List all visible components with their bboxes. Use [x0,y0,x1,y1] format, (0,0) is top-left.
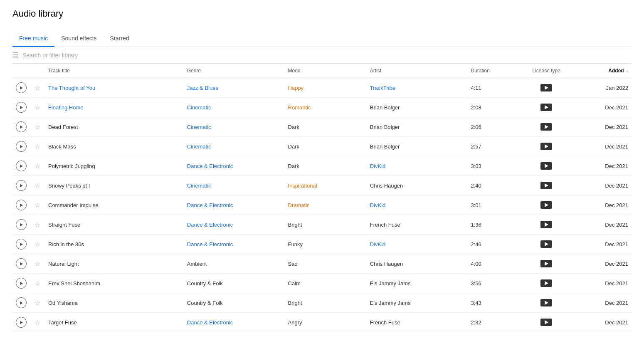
tab-sound-effects[interactable]: Sound effects [54,31,103,47]
track-duration: 2:06 [468,117,518,137]
track-duration: 3:01 [468,195,518,215]
track-mood: Romantic [285,98,367,117]
play-button[interactable] [16,161,27,171]
table-row: ☆Erev Shel ShoshanimCountry & FolkCalmE'… [12,274,632,293]
search-input[interactable] [22,52,147,59]
mood-text: Inspirational [288,183,317,189]
track-license [518,78,575,98]
play-button[interactable] [16,121,27,132]
track-genre: Cinematic [184,117,285,137]
genre-link[interactable]: Cinematic [187,104,211,111]
play-button[interactable] [16,239,27,250]
tracks-table: Track title Genre Mood Artist Duration L… [12,64,632,332]
play-button[interactable] [16,200,27,210]
track-added: Dec 2021 [575,117,632,137]
youtube-play-icon [545,105,548,109]
star-button[interactable]: ☆ [35,201,40,209]
track-title-link[interactable]: Floating Home [48,104,84,111]
track-title-link[interactable]: The Thought of You [48,85,95,91]
track-title: Snowy Peaks pt I [45,176,184,195]
track-artist: DivKid [367,235,468,254]
col-header-artist[interactable]: Artist [367,64,468,78]
track-title-text: Dead Forest [48,124,78,130]
table-row: ☆Straight FuseDance & ElectronicBrightFr… [12,215,632,235]
track-license [518,235,575,254]
table-row: ☆Dead ForestCinematicDarkBrian Bolger2:0… [12,117,632,137]
play-button[interactable] [16,297,27,308]
col-header-license-type[interactable]: License type [518,64,575,78]
youtube-badge [540,104,552,111]
track-genre: Dance & Electronic [184,235,285,254]
star-button[interactable]: ☆ [35,162,40,170]
play-button[interactable] [16,219,27,230]
youtube-badge [540,162,552,170]
track-license [518,156,575,176]
play-button[interactable] [16,258,27,269]
genre-text: Ambient [187,261,207,267]
filter-icon[interactable]: ☰ [12,51,18,59]
star-button[interactable]: ☆ [35,221,40,229]
genre-link[interactable]: Cinematic [187,143,211,150]
col-header-genre[interactable]: Genre [184,64,285,78]
track-title-text: Black Mass [48,143,76,150]
genre-link[interactable]: Dance & Electronic [187,241,233,247]
track-genre: Dance & Electronic [184,313,285,332]
star-button[interactable]: ☆ [35,143,40,151]
star-button[interactable]: ☆ [35,182,40,190]
artist-link[interactable]: DivKid [370,202,386,208]
star-button[interactable]: ☆ [35,319,40,326]
col-header-mood[interactable]: Mood [285,64,367,78]
youtube-play-icon [545,164,548,168]
col-header-added[interactable]: Added ↓ [575,64,632,78]
artist-text: Brian Bolger [370,104,400,111]
artist-link[interactable]: DivKid [370,163,386,169]
star-button[interactable]: ☆ [35,123,40,131]
play-button[interactable] [16,278,27,289]
genre-link[interactable]: Dance & Electronic [187,319,233,326]
artist-link[interactable]: TrackTribe [370,85,395,91]
star-button[interactable]: ☆ [35,260,40,268]
track-mood: Dramatic [285,195,367,215]
track-title: Od Yishama [45,293,184,313]
track-duration: 3:43 [468,293,518,313]
play-button[interactable] [16,141,27,152]
artist-link[interactable]: DivKid [370,241,386,247]
youtube-play-icon [545,222,548,227]
star-button[interactable]: ☆ [35,299,40,307]
track-title-text: Od Yishama [48,300,78,306]
track-artist: Brian Bolger [367,137,468,156]
play-button[interactable] [16,317,27,328]
col-header-duration[interactable]: Duration [468,64,518,78]
youtube-badge [540,84,552,91]
genre-link[interactable]: Cinematic [187,124,211,130]
track-artist: French Fuse [367,215,468,235]
genre-link[interactable]: Dance & Electronic [187,163,233,169]
genre-text: Country & Folk [187,280,223,287]
genre-link[interactable]: Cinematic [187,183,211,189]
track-genre: Ambient [184,254,285,274]
genre-link[interactable]: Dance & Electronic [187,202,233,208]
star-button[interactable]: ☆ [35,84,40,92]
youtube-play-icon [545,183,548,188]
col-header-track-title[interactable]: Track title [45,64,184,78]
star-button[interactable]: ☆ [35,279,40,287]
track-added: Jan 2022 [575,78,632,98]
tab-starred[interactable]: Starred [104,31,136,47]
genre-link[interactable]: Dance & Electronic [187,222,233,228]
play-button[interactable] [16,82,27,93]
track-title: Rich in the 80s [45,235,184,254]
table-row: ☆Natural LightAmbientSadChris Haugen4:00… [12,254,632,274]
play-button[interactable] [16,180,27,191]
star-button[interactable]: ☆ [35,104,40,111]
track-duration: 3:56 [468,274,518,293]
star-button[interactable]: ☆ [35,240,40,248]
youtube-play-icon [545,242,548,246]
tab-free-music[interactable]: Free music [12,31,54,47]
track-duration: 4:00 [468,254,518,274]
page-title: Audio library [12,8,632,19]
col-header-star [30,64,45,78]
track-genre: Dance & Electronic [184,195,285,215]
track-title-text: Snowy Peaks pt I [48,183,90,189]
genre-link[interactable]: Jazz & Blues [187,85,218,91]
play-button[interactable] [16,102,27,113]
